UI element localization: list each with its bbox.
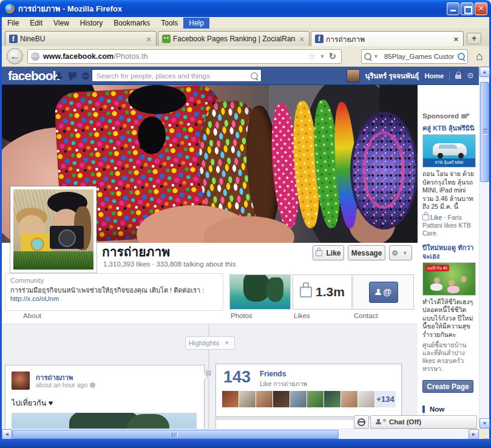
notifications-icon[interactable] (82, 72, 89, 80)
menu-tools[interactable]: Tools (155, 18, 183, 29)
photos-label[interactable]: Photos (231, 312, 252, 319)
profile-picture[interactable] (10, 186, 97, 273)
ad-body-text: ถอน โอน จ่าย ด้วยบัตรกรุงไทย ลุ้นรถ MINI… (422, 170, 476, 211)
friends-more-count[interactable]: +134 (375, 391, 396, 407)
community-box: Community การร่วมมือธุรกิจบนหน้าเพจช่วยใ… (5, 273, 223, 311)
friend-thumbnail[interactable] (256, 391, 273, 407)
friend-thumbnail[interactable] (324, 391, 340, 407)
megaphone-icon (461, 114, 467, 118)
messages-icon[interactable] (69, 72, 76, 78)
contact-label[interactable]: Contact (354, 312, 378, 319)
horizontal-scrollbar[interactable]: ◄ ► (2, 429, 479, 439)
vertical-scrollbar[interactable]: ▲ ▼ (479, 67, 489, 429)
zocialrank-icon (162, 35, 171, 43)
menu-file[interactable]: File (2, 18, 24, 29)
facebook-search (92, 69, 262, 82)
url-host: www.facebook.com (43, 52, 113, 61)
vertical-scroll-thumb[interactable] (480, 82, 489, 182)
ad-like-link[interactable]: Like (430, 214, 442, 221)
site-identity-icon[interactable] (31, 52, 39, 61)
bookmark-star-icon[interactable]: ☆ (306, 51, 317, 62)
search-engine-icon[interactable] (364, 53, 371, 60)
menu-help[interactable]: Help (183, 18, 209, 29)
privacy-lock-icon[interactable] (455, 75, 461, 79)
chat-bar[interactable]: Chat (Off) (370, 415, 477, 429)
ad-title-link[interactable]: คลู่ KTB ลุ้นฟรีมินิ (422, 124, 476, 132)
community-title: Community (10, 277, 218, 284)
facebook-search-input[interactable] (95, 72, 251, 80)
post-text: ไปเที่ยวกัน ♥ (12, 397, 53, 409)
urlbar-dropdown-icon[interactable]: ▼ (318, 53, 327, 59)
resize-grip[interactable] (479, 429, 489, 439)
ad-title-link[interactable]: ปีใหม่หมอดู ทักว่าจะเฮง (422, 243, 476, 260)
url-bar[interactable]: www.facebook.com /Photos.th ☆ ▼ ↻ (27, 49, 342, 64)
chat-person-icon (376, 419, 381, 425)
menu-view[interactable]: View (48, 18, 75, 29)
friends-subtitle: Like การถ่ายภาพ (260, 379, 307, 389)
minimize-button[interactable]: ▬ (447, 2, 459, 15)
scroll-up-button[interactable]: ▲ (479, 67, 490, 77)
ad-image-ktb[interactable]: KTB ลุ้นฟรี MINI (422, 134, 476, 168)
menu-bookmarks[interactable]: Bookmarks (108, 18, 155, 29)
page-settings-button[interactable]: ⚙ ▼ (389, 245, 412, 260)
friend-thumbnail[interactable] (222, 391, 239, 407)
horizontal-scroll-thumb[interactable] (12, 430, 339, 439)
tab-photography-active[interactable]: f การถ่ายภาพ × (311, 31, 464, 46)
user-name-link[interactable]: นุรินทร์ รุจจนพันธุ์ (365, 70, 419, 81)
create-page-button[interactable]: Create Page (422, 380, 473, 393)
maximize-button[interactable] (461, 2, 473, 15)
chevron-down-icon: ▼ (222, 340, 231, 346)
likes-label[interactable]: Likes (294, 312, 310, 319)
friend-thumbnail[interactable] (290, 391, 306, 407)
menu-history[interactable]: History (75, 18, 108, 29)
close-button[interactable]: ✕ (475, 2, 487, 15)
scroll-right-button[interactable]: ► (469, 429, 479, 440)
friend-thumbnail[interactable] (341, 391, 357, 407)
likes-box[interactable]: 1.3m (293, 274, 352, 310)
search-engine-dropdown-icon[interactable]: ▼ (371, 53, 381, 59)
friend-thumbnail[interactable] (307, 391, 323, 407)
ad-image-horoscope[interactable]: แม่ป้ารับ 40 (422, 262, 476, 296)
home-link[interactable]: Home (424, 72, 444, 80)
reload-icon[interactable]: ↻ (327, 51, 338, 62)
right-sidebar: Sponsored คลู่ KTB ลุ้นฟรีมินิ KTB ลุ้นฟ… (418, 85, 479, 429)
community-text: การร่วมมือธุรกิจบนหน้าเพจช่วยให้ธุรกิจขอ… (10, 286, 218, 303)
post-avatar[interactable] (12, 372, 30, 390)
contact-box[interactable]: @ (353, 274, 414, 310)
window-title: การถ่ายภาพ - Mozilla Firefox (18, 2, 447, 15)
scroll-down-button[interactable]: ▼ (479, 418, 490, 429)
menu-edit[interactable]: Edit (24, 18, 48, 29)
home-button[interactable]: ⌂ (472, 49, 487, 64)
friend-thumbnail[interactable] (358, 391, 374, 407)
tab-close-icon[interactable]: × (298, 35, 305, 44)
community-link[interactable]: http://x.co/oUnm (10, 295, 59, 302)
friend-requests-icon[interactable] (55, 72, 63, 79)
ad-social-context: ศูนย์ซื้อขายบ้านและที่ดินลำปาง likes ครอ… (422, 341, 476, 373)
post-photo[interactable] (12, 413, 197, 429)
like-thumb-icon (422, 214, 429, 220)
user-avatar[interactable] (347, 69, 360, 83)
timeline-now[interactable]: Now (430, 404, 476, 415)
like-button[interactable]: Like (313, 245, 344, 260)
tab-close-icon[interactable]: × (452, 35, 459, 44)
friend-thumbnail[interactable] (239, 391, 256, 407)
tab-ninebu[interactable]: f NineBU × (5, 31, 157, 46)
gear-icon[interactable]: ⚙ (467, 71, 474, 80)
scroll-left-button[interactable]: ◄ (2, 429, 12, 440)
facebook-logo[interactable]: facebook (8, 69, 59, 83)
message-button[interactable]: Message (348, 245, 385, 260)
search-input[interactable] (383, 52, 455, 61)
photos-box[interactable] (229, 274, 291, 310)
new-tab-button[interactable]: + (467, 33, 481, 44)
tab-zocialrank[interactable]: Facebook Pages Ranking | ZocialRank.co..… (158, 31, 310, 46)
highlights-dropdown[interactable]: Highlights ▼ (185, 336, 235, 350)
notifications-dock-button[interactable] (354, 415, 369, 429)
about-link[interactable]: About (23, 312, 41, 319)
search-icon[interactable] (251, 72, 258, 80)
sponsored-header: Sponsored (422, 112, 476, 120)
tab-close-icon[interactable]: × (145, 35, 152, 44)
friend-thumbnail[interactable] (273, 391, 290, 407)
back-button[interactable]: ← (7, 48, 23, 64)
search-go-icon[interactable] (458, 53, 465, 60)
post-card: การถ่ายภาพ about an hour ago ไปเที่ยวกัน… (5, 365, 205, 429)
